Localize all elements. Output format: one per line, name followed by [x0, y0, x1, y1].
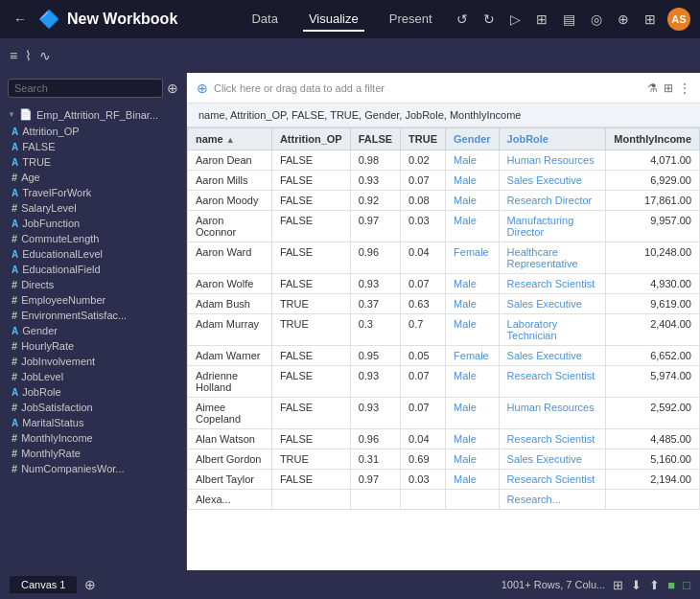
sidebar-toggle-icon[interactable]: ≡ [10, 48, 17, 63]
col-header-false[interactable]: FALSE [350, 128, 400, 150]
sidebar-item-label: EducationalField [22, 264, 100, 275]
sidebar-item[interactable]: #Directs [0, 277, 186, 292]
cell-attrition: FALSE [271, 150, 350, 171]
sidebar-item[interactable]: AFALSE [0, 139, 186, 154]
green-icon-1[interactable]: ■ [667, 578, 675, 592]
filter-icon[interactable]: ⚗ [647, 81, 658, 95]
type-icon: # [12, 463, 17, 474]
analytics-icon[interactable]: ∿ [39, 48, 51, 63]
type-icon: A [12, 157, 18, 168]
cell-false: 0.95 [350, 346, 400, 366]
sidebar-item[interactable]: #MonthlyRate [0, 446, 186, 461]
tree-items: AAttrition_OPAFALSEATRUE#AgeATravelForWo… [0, 124, 186, 476]
cell-false: 0.97 [350, 470, 400, 490]
search-add-icon[interactable]: ⊕ [167, 81, 178, 96]
cell-name: Aimee Copeland [188, 398, 272, 429]
sidebar-tree: ▼ 📄 Emp_Attrition_RF_Binar... AAttrition… [0, 104, 186, 570]
table-view-icon[interactable]: ⊞ [613, 578, 623, 592]
type-icon: A [12, 265, 18, 275]
run-button[interactable]: ▷ [506, 10, 525, 29]
cell-attrition: FALSE [271, 470, 350, 490]
sidebar-item[interactable]: AMaritalStatus [0, 415, 186, 430]
sidebar-item[interactable]: #NumCompaniesWor... [0, 461, 186, 476]
canvas-tab[interactable]: Canvas 1 [10, 576, 77, 593]
canvas-add-icon[interactable]: ⊕ [84, 577, 96, 592]
cell-name: Aaron Wolfe [188, 274, 272, 294]
avatar[interactable]: AS [667, 8, 690, 31]
grid-view-icon[interactable]: ⊞ [664, 81, 673, 95]
chart-icon[interactable]: ⌇ [25, 48, 32, 63]
cell-name: Aaron Oconnor [188, 211, 272, 242]
sidebar-item[interactable]: ATravelForWork [0, 185, 186, 200]
sidebar-item[interactable]: #HourlyRate [0, 338, 186, 354]
upload-icon[interactable]: ⬆ [649, 578, 660, 592]
sidebar-item[interactable]: #MonthlyIncome [0, 430, 186, 446]
sidebar-item[interactable]: AJobFunction [0, 216, 186, 231]
sidebar-item-label: Age [21, 172, 40, 183]
redo-button[interactable]: ↻ [479, 10, 499, 29]
cell-gender: Male [446, 449, 500, 470]
table-row: Adrienne Holland FALSE 0.93 0.07 Male Re… [188, 366, 700, 398]
cell-false: 0.96 [350, 429, 400, 449]
col-header-true[interactable]: TRUE [401, 128, 446, 150]
filter-bar[interactable]: ⊕ Click here or drag data to add a filte… [187, 73, 700, 104]
table-row: Albert Taylor FALSE 0.97 0.03 Male Resea… [188, 470, 700, 490]
cell-jobrole: Research... [499, 490, 606, 510]
col-header-income[interactable]: MonthlyIncome [606, 128, 700, 150]
tree-root-item[interactable]: ▼ 📄 Emp_Attrition_RF_Binar... [0, 105, 186, 124]
col-header-gender[interactable]: Gender [446, 128, 500, 150]
sidebar-item[interactable]: AAttrition_OP [0, 124, 186, 139]
cell-attrition: FALSE [271, 242, 350, 274]
sidebar-item[interactable]: #JobLevel [0, 369, 186, 384]
cell-true: 0.08 [401, 191, 446, 211]
type-icon: # [12, 356, 17, 367]
filter-add-icon[interactable]: ⊕ [197, 81, 208, 96]
cell-gender: Male [446, 429, 500, 449]
green-icon-2[interactable]: □ [683, 578, 690, 592]
sidebar-item[interactable]: #Age [0, 170, 186, 185]
sidebar-item[interactable]: #JobSatisfaction [0, 400, 186, 415]
col-header-name[interactable]: name ▲ [188, 128, 272, 150]
search-input[interactable] [8, 79, 163, 98]
sidebar-item[interactable]: AGender [0, 323, 186, 338]
content-area: ⊕ Click here or drag data to add a filte… [187, 73, 700, 570]
layout-button[interactable]: ▤ [559, 10, 579, 29]
sidebar-item[interactable]: #JobInvolvement [0, 354, 186, 369]
col-header-attrition[interactable]: Attrition_OP [271, 128, 350, 150]
more-options-icon[interactable]: ⋮ [679, 81, 690, 95]
cell-income: 2,404.00 [606, 314, 700, 346]
pin-button[interactable]: ◎ [587, 10, 606, 29]
nav-visualize[interactable]: Visualize [303, 8, 364, 32]
sidebar-item-label: JobInvolvement [21, 356, 95, 367]
sidebar-item-label: Directs [21, 279, 54, 290]
table-container[interactable]: name, Attrition_OP, FALSE, TRUE, Gender,… [187, 104, 700, 570]
nav-present[interactable]: Present [384, 8, 438, 32]
sidebar-item[interactable]: ATRUE [0, 154, 186, 170]
cell-jobrole: Research Director [499, 191, 606, 211]
grid-button[interactable]: ⊞ [532, 10, 551, 29]
cell-jobrole: Healthcare Representative [499, 242, 606, 274]
sidebar-item[interactable]: #EnvironmentSatisfac... [0, 308, 186, 323]
back-button[interactable]: ← [10, 10, 31, 29]
sidebar-item[interactable]: AEducationalLevel [0, 246, 186, 262]
col-header-jobrole[interactable]: JobRole [499, 128, 606, 150]
sidebar-item[interactable]: #EmployeeNumber [0, 292, 186, 308]
data-table: name ▲ Attrition_OP FALSE TRUE Gender Jo… [187, 127, 700, 510]
title-bar-right: ↺ ↻ ▷ ⊞ ▤ ◎ ⊕ ⊞ AS [453, 8, 690, 31]
sidebar-item-label: Gender [22, 325, 58, 336]
sidebar-item[interactable]: AEducationalField [0, 262, 186, 277]
export-button[interactable]: ⊞ [641, 10, 660, 29]
cell-true: 0.05 [401, 346, 446, 366]
sidebar-item-label: JobRole [22, 386, 60, 398]
sidebar-item[interactable]: AJobRole [0, 384, 186, 400]
cell-income: 9,957.00 [606, 211, 700, 242]
nav-data[interactable]: Data [245, 8, 283, 32]
undo-button[interactable]: ↺ [453, 10, 472, 29]
download-icon[interactable]: ⬇ [631, 578, 642, 592]
file-icon: 📄 [19, 108, 33, 121]
cell-income [606, 490, 700, 510]
cell-jobrole: Research Scientist [499, 274, 606, 294]
share-button[interactable]: ⊕ [614, 10, 633, 29]
sidebar-item[interactable]: #SalaryLevel [0, 200, 186, 216]
sidebar-item[interactable]: #CommuteLength [0, 231, 186, 246]
